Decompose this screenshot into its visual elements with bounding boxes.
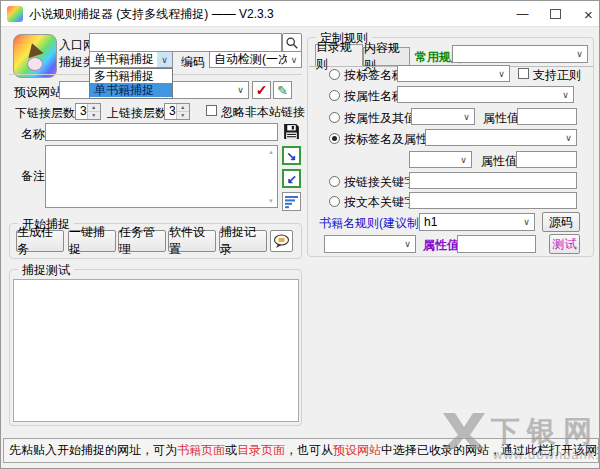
attr-value-input-3[interactable] xyxy=(457,235,536,253)
wizard-hat-icon xyxy=(24,41,43,58)
custom-rules-group: 定制规则 目录规则 内容规则 常用规则 ∨ 按标签名称 ∨ 支持正则 按属性名称… xyxy=(307,37,594,257)
tag-name-combo[interactable]: ∨ xyxy=(397,65,510,82)
generate-task-button[interactable]: 生成任务 xyxy=(16,230,64,252)
software-settings-button[interactable]: 软件设置 xyxy=(168,230,216,252)
up-levels-stepper[interactable]: 3 ▲▼ xyxy=(164,103,190,120)
encoding-label: 编码 xyxy=(181,55,205,69)
chevron-down-icon[interactable]: ∨ xyxy=(233,82,248,98)
attr-value-input[interactable] xyxy=(517,108,577,125)
radio-by-attr-and-value[interactable] xyxy=(329,112,340,123)
attr-name-combo[interactable]: ∨ xyxy=(397,86,574,103)
app-icon-small xyxy=(7,6,23,22)
chevron-down-icon[interactable]: ∨ xyxy=(459,109,474,124)
attr-value-label-2: 属性值 xyxy=(481,154,517,168)
import-button[interactable]: ↙ xyxy=(282,169,301,188)
save-icon xyxy=(282,122,301,141)
encoding-combo[interactable]: 自动检测(一次) ∨ xyxy=(209,51,302,68)
status-text-dir-page: 目录页面 xyxy=(237,442,285,459)
up-arrow-icon[interactable]: ▲ xyxy=(177,104,189,112)
status-text-preset-site: 预设网站 xyxy=(333,442,381,459)
radio-by-link-keyword[interactable] xyxy=(329,176,340,187)
window-title: 小说规则捕捉器 (支持多线程捕捉) —— V2.3.3 xyxy=(29,7,274,21)
speech-bubble-icon xyxy=(273,234,290,249)
down-arrow-icon[interactable]: ▼ xyxy=(88,112,100,119)
maximize-button[interactable] xyxy=(539,1,572,27)
minimize-button[interactable]: — xyxy=(506,1,539,27)
regex-checkbox[interactable] xyxy=(518,68,529,79)
chevron-down-icon[interactable]: ∨ xyxy=(287,52,301,67)
capture-test-output[interactable] xyxy=(13,279,299,422)
book-name-rule-label: 书籍名规则(建议制定) xyxy=(319,216,435,230)
source-code-button[interactable]: 源码 xyxy=(542,212,580,232)
attr-value-label-3: 属性值 xyxy=(423,238,459,252)
scroll-down-icon[interactable]: ▼ xyxy=(268,198,274,204)
name-input[interactable] xyxy=(45,123,278,141)
one-click-capture-button[interactable]: 一键捕捉 xyxy=(68,230,116,252)
ignore-external-label: 忽略非本站链接 xyxy=(221,105,305,119)
status-text-3: ，也可从 xyxy=(285,442,333,459)
ignore-external-checkbox[interactable] xyxy=(206,105,217,116)
status-text-1: 先粘贴入开始捕捉的网址，可为 xyxy=(9,442,177,459)
capture-test-group: 捕捉测试 xyxy=(9,269,302,426)
tag-and-attr-sub-combo[interactable]: ∨ xyxy=(409,151,472,168)
up-levels-value: 3 xyxy=(165,104,176,119)
encoding-value: 自动检测(一次) xyxy=(214,51,287,68)
chevron-down-icon[interactable]: ∨ xyxy=(519,214,534,230)
report-button[interactable] xyxy=(282,192,301,211)
arrow-down-right-icon: ↘ xyxy=(286,149,296,163)
radio-by-tag-and-attr-value[interactable] xyxy=(329,133,340,144)
capture-type-dropdown-list: 多书籍捕捉 单书籍捕捉 xyxy=(89,68,173,99)
edit-preset-button[interactable]: ✎ xyxy=(273,81,292,99)
name-label: 名称 xyxy=(21,127,45,141)
book-name-rule-combo[interactable]: h1 ∨ xyxy=(419,213,535,231)
chevron-down-icon[interactable]: ∨ xyxy=(561,130,576,145)
chevron-down-icon[interactable]: ∨ xyxy=(456,152,471,167)
entry-url-input[interactable] xyxy=(89,33,282,52)
stepper-buttons: ▲▼ xyxy=(176,104,189,119)
by-text-keyword-label: 按文本关键字 xyxy=(344,195,416,209)
attr-value-input-2[interactable] xyxy=(516,151,577,168)
dropdown-option-single-book[interactable]: 单书籍捕捉 xyxy=(90,83,172,97)
capture-type-combo[interactable]: 单书籍捕捉 ∨ xyxy=(89,51,173,68)
stepper-buttons: ▲▼ xyxy=(87,104,100,119)
capture-records-button[interactable]: 捕捉记录 xyxy=(219,230,267,252)
tag-and-attr-combo[interactable]: ∨ xyxy=(425,129,577,146)
chevron-down-icon[interactable]: ∨ xyxy=(157,52,172,67)
tab-content-rules[interactable]: 内容规则 xyxy=(363,47,410,66)
remark-label: 备注 xyxy=(21,169,45,183)
tab-directory-rules[interactable]: 目录规则 xyxy=(315,44,363,66)
radio-by-attr-name[interactable] xyxy=(329,90,340,101)
list-icon xyxy=(284,194,299,209)
export-button[interactable]: ↘ xyxy=(282,146,301,165)
radio-by-text-keyword[interactable] xyxy=(329,196,340,207)
remark-textarea[interactable]: ▲ ▼ xyxy=(45,145,278,208)
pencil-icon: ✎ xyxy=(277,83,288,98)
app-window: 小说规则捕捉器 (支持多线程捕捉) —— V2.3.3 — × 入口网址 捕捉类… xyxy=(0,0,600,469)
arrow-down-left-icon: ↙ xyxy=(286,172,296,186)
task-manage-button[interactable]: 任务管理 xyxy=(118,230,166,252)
down-levels-stepper[interactable]: 3 ▲▼ xyxy=(75,103,101,120)
up-arrow-icon[interactable]: ▲ xyxy=(88,104,100,112)
status-text-2: 或 xyxy=(225,442,237,459)
confirm-preset-button[interactable]: ✓ xyxy=(252,81,271,99)
link-keyword-input[interactable] xyxy=(409,172,577,189)
chevron-down-icon[interactable]: ∨ xyxy=(400,236,415,252)
dropdown-option-multi-book[interactable]: 多书籍捕捉 xyxy=(90,69,172,83)
down-arrow-icon[interactable]: ▼ xyxy=(177,112,189,119)
feedback-button[interactable] xyxy=(270,230,293,252)
chevron-down-icon[interactable]: ∨ xyxy=(572,46,587,62)
close-button[interactable]: × xyxy=(572,1,600,27)
search-icon xyxy=(285,36,299,50)
attr-and-value-combo[interactable]: ∨ xyxy=(411,108,475,125)
chevron-down-icon[interactable]: ∨ xyxy=(494,66,509,81)
chevron-down-icon[interactable]: ∨ xyxy=(558,87,573,102)
book-attr-combo[interactable]: ∨ xyxy=(324,235,416,253)
text-keyword-input[interactable] xyxy=(409,192,577,209)
scroll-up-icon[interactable]: ▲ xyxy=(268,149,274,155)
preset-site-label: 预设网站 xyxy=(14,85,62,99)
title-bar: 小说规则捕捉器 (支持多线程捕捉) —— V2.3.3 — × xyxy=(1,1,599,27)
test-button[interactable]: 测试 xyxy=(549,234,580,254)
save-button[interactable] xyxy=(282,122,301,141)
common-rules-combo[interactable]: ∨ xyxy=(452,45,588,63)
search-button[interactable] xyxy=(282,33,302,52)
